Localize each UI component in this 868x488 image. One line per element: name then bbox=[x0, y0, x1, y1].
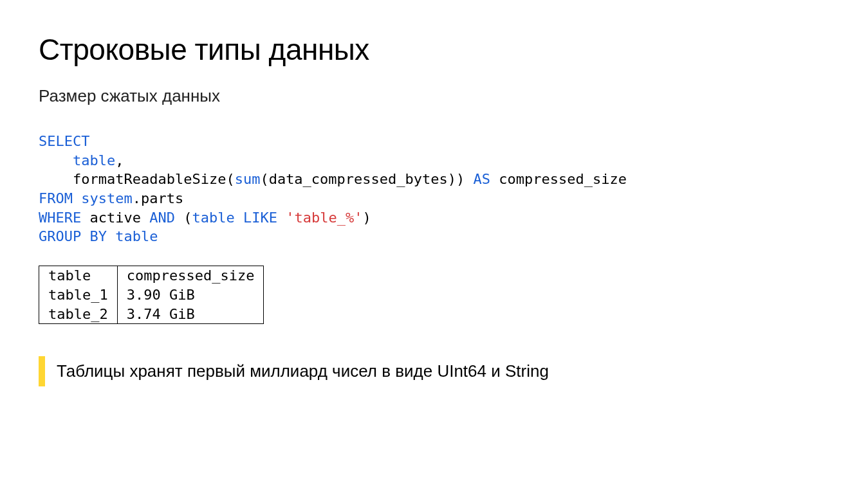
tok-system: system bbox=[73, 190, 133, 206]
tok-comma: , bbox=[115, 152, 124, 168]
result-table: table compressed_size table_1 3.90 GiB t… bbox=[39, 266, 264, 324]
tok-table3: table bbox=[115, 228, 158, 244]
cell-table: table_2 bbox=[39, 305, 118, 324]
slide: Строковые типы данных Размер сжатых данн… bbox=[0, 0, 868, 488]
indent bbox=[39, 152, 73, 168]
kw-select: SELECT bbox=[39, 133, 89, 149]
kw-where: WHERE bbox=[39, 210, 81, 226]
kw-from: FROM bbox=[39, 190, 73, 206]
table-header-row: table compressed_size bbox=[39, 266, 264, 285]
paren-open: ( bbox=[175, 210, 192, 226]
table-row: table_2 3.74 GiB bbox=[39, 305, 264, 324]
tok-table: table bbox=[73, 152, 115, 168]
kw-as: AS bbox=[474, 171, 491, 187]
kw-by: BY bbox=[81, 228, 115, 244]
kw-group: GROUP bbox=[39, 228, 81, 244]
paren-close: ) bbox=[362, 210, 371, 226]
col-compressed-size: compressed_size bbox=[117, 266, 264, 285]
result-table-wrap: table compressed_size table_1 3.90 GiB t… bbox=[39, 266, 829, 324]
fn-sum: sum bbox=[235, 171, 261, 187]
slide-subtitle: Размер сжатых данных bbox=[39, 86, 829, 106]
kw-like: LIKE bbox=[235, 210, 286, 226]
cell-table: table_1 bbox=[39, 285, 118, 305]
tok-parts: .parts bbox=[133, 190, 183, 206]
tok-active: active bbox=[81, 210, 149, 226]
str-like: 'table_%' bbox=[286, 210, 362, 226]
tok-table2: table bbox=[192, 210, 234, 226]
callout-note: Таблицы хранят первый миллиард чисел в в… bbox=[39, 356, 829, 386]
line2-mid: (data_compressed_bytes)) bbox=[260, 171, 473, 187]
col-table: table bbox=[39, 266, 118, 285]
table-row: table_1 3.90 GiB bbox=[39, 285, 264, 305]
line2-pre: formatReadableSize( bbox=[39, 171, 235, 187]
cell-size: 3.90 GiB bbox=[117, 285, 264, 305]
sql-block: SELECT table, formatReadableSize(sum(dat… bbox=[39, 132, 829, 246]
kw-and: AND bbox=[149, 210, 175, 226]
line2-tail: compressed_size bbox=[490, 171, 627, 187]
cell-size: 3.74 GiB bbox=[117, 305, 264, 324]
slide-title: Строковые типы данных bbox=[39, 32, 829, 67]
